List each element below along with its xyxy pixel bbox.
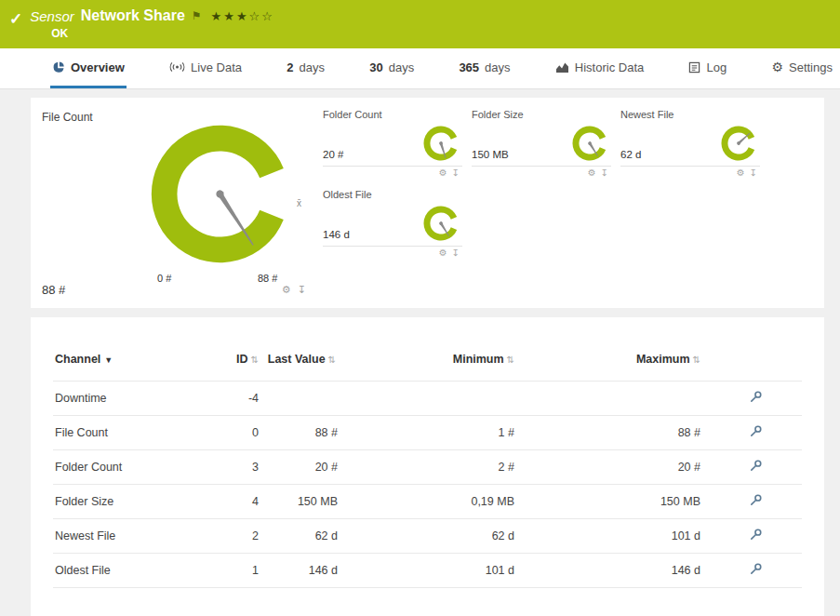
tab-30-days[interactable]: 30 days xyxy=(367,48,416,88)
tile-value: 62 d xyxy=(620,149,641,164)
gauge-gear-icon[interactable]: ⚙ xyxy=(439,167,448,178)
tile-action-icons[interactable]: ⚙ ↧ xyxy=(620,167,760,178)
log-icon xyxy=(688,61,700,74)
file-count-gauge xyxy=(139,113,301,275)
gauge-gear-icon[interactable]: ⚙ xyxy=(282,284,293,295)
cell-id: -4 xyxy=(216,382,262,416)
cell-id: 3 xyxy=(216,450,262,485)
cell-channel: Folder Size xyxy=(53,485,216,519)
cell-channel: Newest File xyxy=(53,519,216,554)
column-header-minimum[interactable]: Minimum⇅ xyxy=(341,349,518,382)
status-check-icon: ✓ xyxy=(9,9,22,29)
column-header-last-value[interactable]: Last Value⇅ xyxy=(262,349,341,382)
cell-channel: Folder Count xyxy=(53,450,216,485)
overview-icon xyxy=(52,60,65,74)
table-row: Downtime -4 xyxy=(53,382,802,416)
cell-minimum: 101 d xyxy=(341,554,518,588)
tab-live-data[interactable]: Live Data xyxy=(167,48,244,88)
gauge-tile-folder-size: Folder Size 150 MB ⚙ ↧ xyxy=(472,109,611,178)
tab-overview-label: Overview xyxy=(71,60,125,74)
settings-gear-icon: ⚙ xyxy=(771,60,783,74)
tab-2-days[interactable]: 2 days xyxy=(285,48,327,88)
gauge-pin-icon[interactable]: ↧ xyxy=(601,167,609,178)
channel-settings-icon[interactable] xyxy=(749,562,763,579)
tile-action-icons[interactable]: ⚙ ↧ xyxy=(323,247,462,258)
channel-settings-icon[interactable] xyxy=(749,459,763,475)
sort-icon: ⇅ xyxy=(328,355,336,365)
channel-settings-icon[interactable] xyxy=(749,528,763,544)
tile-value: 146 d xyxy=(323,229,350,244)
cell-last-value: 150 MB xyxy=(262,485,341,519)
tab-2-days-number: 2 xyxy=(287,60,293,74)
cell-id: 4 xyxy=(216,485,262,519)
tile-title: Newest File xyxy=(620,109,760,120)
channel-settings-icon[interactable] xyxy=(749,390,763,407)
cell-last-value xyxy=(262,382,341,416)
cell-maximum: 146 d xyxy=(518,554,704,588)
sort-icon: ⇅ xyxy=(693,355,700,365)
priority-flag-icon[interactable]: ⚑ xyxy=(192,9,202,22)
cell-last-value: 146 d xyxy=(262,554,341,588)
gauge-gear-icon[interactable]: ⚙ xyxy=(588,167,597,178)
folder-size-gauge xyxy=(568,123,611,164)
gauge-pin-icon[interactable]: ↧ xyxy=(452,248,460,258)
table-row: Newest File 2 62 d 62 d 101 d xyxy=(53,519,802,554)
gauge-action-icons[interactable]: ⚙ ↧ xyxy=(282,284,308,296)
cell-maximum: 20 # xyxy=(518,450,704,485)
tab-365-days[interactable]: 365 days xyxy=(457,48,512,88)
tab-log-label: Log xyxy=(706,60,727,74)
historic-data-icon xyxy=(555,61,569,74)
sensor-overview-content: File Count x̄ 0 # 88 # 88 # ⚙ ↧ Folder C… xyxy=(0,89,840,616)
oldest-file-gauge xyxy=(420,203,462,244)
column-header-id[interactable]: ID⇅ xyxy=(216,349,262,382)
folder-count-gauge xyxy=(420,123,462,164)
gauge-gear-icon[interactable]: ⚙ xyxy=(737,167,746,178)
gauge-gear-icon[interactable]: ⚙ xyxy=(439,248,448,258)
gauge-pin-icon[interactable]: ↧ xyxy=(298,284,308,295)
cell-minimum: 1 # xyxy=(341,416,518,450)
sensor-header: ✓ Sensor Network Share ⚑ ★★★☆☆ OK xyxy=(0,0,840,48)
tile-action-icons[interactable]: ⚙ ↧ xyxy=(472,167,611,178)
tab-historic-data[interactable]: Historic Data xyxy=(553,48,646,88)
tab-log[interactable]: Log xyxy=(687,48,728,88)
primary-channel-gauge: File Count x̄ 0 # 88 # 88 # ⚙ ↧ xyxy=(42,109,312,297)
tab-overview[interactable]: Overview xyxy=(50,48,127,88)
cell-id: 1 xyxy=(216,554,262,588)
column-header-maximum[interactable]: Maximum⇅ xyxy=(518,349,704,382)
cell-last-value: 62 d xyxy=(262,519,341,554)
cell-maximum xyxy=(518,382,704,416)
tab-365-days-unit: days xyxy=(485,60,510,74)
cell-minimum: 0,19 MB xyxy=(341,485,518,519)
cell-id: 2 xyxy=(216,519,262,554)
tab-settings[interactable]: ⚙ Settings xyxy=(769,48,834,88)
cell-maximum: 150 MB xyxy=(518,485,704,519)
channel-settings-icon[interactable] xyxy=(749,424,763,441)
tile-title: Folder Count xyxy=(323,109,462,120)
tile-title: Folder Size xyxy=(472,109,611,120)
gauge-pin-icon[interactable]: ↧ xyxy=(750,167,758,178)
table-row: Oldest File 1 146 d 101 d 146 d xyxy=(53,554,802,588)
cell-maximum: 101 d xyxy=(518,519,704,554)
tab-365-days-number: 365 xyxy=(459,60,479,74)
tile-value: 20 # xyxy=(323,149,343,164)
cell-minimum: 2 # xyxy=(341,450,518,485)
sensor-kind-label: Sensor xyxy=(30,8,74,24)
cell-channel: Downtime xyxy=(53,382,216,416)
gauge-pin-icon[interactable]: ↧ xyxy=(452,167,460,178)
column-header-channel[interactable]: Channel▼ xyxy=(53,349,216,382)
table-row: File Count 0 88 # 1 # 88 # xyxy=(53,416,802,450)
column-header-actions xyxy=(704,349,802,382)
tile-title: Oldest File xyxy=(323,189,462,200)
channel-settings-icon[interactable] xyxy=(749,493,763,510)
mean-marker: x̄ xyxy=(297,198,301,208)
cell-last-value: 20 # xyxy=(262,450,341,485)
sensor-tabbar: Overview Live Data 2 days 30 days 365 da… xyxy=(0,48,840,89)
cell-id: 0 xyxy=(216,416,262,450)
priority-stars[interactable]: ★★★☆☆ xyxy=(211,9,274,23)
tile-action-icons[interactable]: ⚙ ↧ xyxy=(323,167,462,178)
primary-gauge-value: 88 # xyxy=(42,283,65,297)
channels-panel: Channel▼ ID⇅ Last Value⇅ Minimum⇅ Maximu… xyxy=(31,317,824,616)
sort-desc-icon: ▼ xyxy=(104,355,113,365)
table-row: Folder Size 4 150 MB 0,19 MB 150 MB xyxy=(53,485,802,519)
sensor-status: OK xyxy=(30,27,274,40)
